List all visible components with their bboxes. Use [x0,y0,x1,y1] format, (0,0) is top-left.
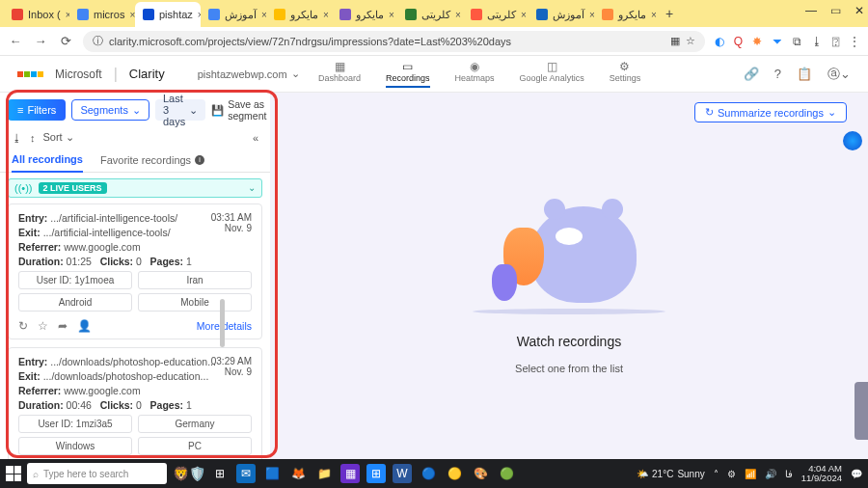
download-icon[interactable]: ⭳ [811,35,823,48]
taskbar-chrome-icon[interactable]: 🔵 [419,464,438,483]
chip-user-id: User ID: 1mzi3a5 [18,415,132,433]
window-maximize[interactable]: ▭ [830,4,841,17]
taskbar-app-icon[interactable]: ▦ [340,464,360,483]
ext-icon-4[interactable]: ⏷ [772,35,783,48]
browser-tab[interactable]: Inbox ( × [4,2,69,27]
tray-notifications-icon[interactable]: 💬 [851,469,862,479]
window-close[interactable]: ✕ [854,4,864,17]
chip-device: PC [138,437,252,455]
tab-title: آموزش [553,9,584,21]
close-icon[interactable]: × [323,10,329,20]
tray-network-icon[interactable]: ⚙ [727,469,736,479]
taskbar-weather[interactable]: 🌤️ 21°C Sunny [637,469,705,479]
menu-kebab-icon[interactable]: ⋮ [849,35,860,48]
download-recordings-icon[interactable]: ⭳ [12,132,22,144]
nav-recordings[interactable]: ▭Recordings [386,60,430,88]
taskbar-clock[interactable]: 4:04 AM 11/9/2024 [801,464,842,483]
tab-all-recordings[interactable]: All recordings [12,153,83,173]
browser-tab[interactable]: کلریتی × [463,2,529,27]
tray-chevron-icon[interactable]: ˄ [714,469,719,479]
browser-tab[interactable]: کلریتی × [397,2,463,27]
star-icon[interactable]: ☆ [38,319,48,333]
tray-wifi-icon[interactable]: 📶 [745,469,756,479]
tray-lang[interactable]: فا [785,469,793,479]
taskbar-word-icon[interactable]: W [393,464,412,483]
browser-tab[interactable]: آموزش × [201,2,266,27]
sparkle-icon: ↻ [705,106,714,119]
taskbar-edge-icon[interactable]: 🟦 [262,464,282,483]
header-nav: ▦Dashboard▭Recordings◉Heatmaps◫Google An… [318,60,640,88]
recording-list: 03:31 AMNov. 9 Entry: .../artificial-int… [0,198,270,459]
workspace-dropdown[interactable]: pishtazwebwp.com⌄ [198,68,300,80]
taskbar-firefox-icon[interactable]: 🦊 [288,464,308,483]
collapse-sidebar-icon[interactable]: « [253,132,258,144]
watch-illustration [473,179,665,324]
nav-reload-icon[interactable]: ⟳ [58,34,73,48]
nav-dashboard[interactable]: ▦Dashboard [318,60,361,88]
browser-tab[interactable]: micros × [69,2,135,27]
taskbar-paint-icon[interactable]: 🎨 [471,464,490,483]
close-icon[interactable]: × [455,10,461,20]
nav-forward-icon[interactable]: → [33,34,48,48]
taskbar-chrome2-icon[interactable]: 🟡 [445,464,464,483]
taskbar-chrome3-icon[interactable]: 🟢 [497,464,516,483]
clipboard-icon[interactable]: 📋 [797,67,812,81]
url-text: clarity.microsoft.com/projects/view/72n7… [109,36,511,47]
live-users-bar[interactable]: ((•)) 2 LIVE USERS ⌄ [8,178,262,198]
summarize-recordings-button[interactable]: ↻ Summarize recordings ⌄ [694,102,847,122]
bookmark-star-icon[interactable]: ☆ [686,35,695,47]
taskbar-search[interactable]: ⌕ Type here to search [27,463,167,484]
share-icon[interactable]: ➦ [58,319,68,333]
copilot-icon[interactable] [843,131,862,150]
close-icon[interactable]: × [651,10,657,20]
save-segment-button[interactable]: 💾 Save as segment [211,98,266,122]
window-minimize[interactable]: — [805,4,817,17]
ext-icon-3[interactable]: ✸ [752,35,762,48]
segments-dropdown[interactable]: Segments⌄ [71,99,149,121]
qr-icon[interactable]: ▦ [670,35,680,47]
taskbar-explorer-icon[interactable]: 📁 [314,464,334,483]
filters-button[interactable]: ≡ Filters [8,99,66,121]
tab-favorite-recordings[interactable]: Favorite recordingsi [100,153,204,172]
nav-heatmaps[interactable]: ◉Heatmaps [455,60,495,88]
profile-icon[interactable]: ⍰ [832,35,839,48]
browser-tab[interactable]: مایکرو × [266,2,332,27]
settings-icon: ⚙ [619,60,630,73]
close-icon[interactable]: × [521,10,527,20]
recording-card[interactable]: 03:29 AMNov. 9 Entry: .../downloads/phot… [8,347,262,459]
user-icon[interactable]: 👤 [77,319,92,333]
site-info-icon[interactable]: ⓘ [93,34,103,48]
sort-dropdown[interactable]: Sort ⌄ [43,131,74,144]
browser-tab[interactable]: مایکرو × [332,2,397,27]
save-icon: 💾 [211,104,224,117]
browser-tab[interactable]: pishtaz × [135,2,201,27]
taskbar-app2-icon[interactable]: ⊞ [366,464,386,483]
daterange-dropdown[interactable]: Last 3 days⌄ [155,99,205,121]
nav-back-icon[interactable]: ← [8,34,23,48]
favicon [12,9,23,20]
ext-icon-1[interactable]: ◐ [715,35,724,48]
ext-icon-5[interactable]: ⧉ [793,35,801,48]
help-icon[interactable]: ? [774,67,781,81]
favicon [339,9,351,20]
live-users-badge: 2 LIVE USERS [39,182,107,194]
taskbar-outlook-icon[interactable]: ✉ [236,464,256,483]
page-title: Watch recordings [517,334,621,349]
browser-tab[interactable]: آموزش × [529,2,594,27]
account-icon[interactable]: ⓐ⌄ [827,66,851,83]
nav-google-analytics[interactable]: ◫Google Analytics [520,60,584,88]
browser-tab[interactable]: مایکرو × [594,2,660,27]
tray-volume-icon[interactable]: 🔊 [765,469,776,479]
task-view-icon[interactable]: ⊞ [215,467,225,480]
refresh-icon[interactable]: ↻ [18,319,28,333]
feedback-tab[interactable] [854,382,868,440]
address-bar[interactable]: ⓘ clarity.microsoft.com/projects/view/72… [83,31,705,52]
new-tab-button[interactable]: + [660,6,679,21]
start-button[interactable] [6,466,21,481]
link-icon[interactable]: 🔗 [744,67,759,81]
nav-settings[interactable]: ⚙Settings [610,60,641,88]
close-icon[interactable]: × [389,10,394,20]
ext-icon-2[interactable]: Q [734,35,743,48]
scrollbar[interactable] [220,299,225,347]
favicon [208,9,220,20]
